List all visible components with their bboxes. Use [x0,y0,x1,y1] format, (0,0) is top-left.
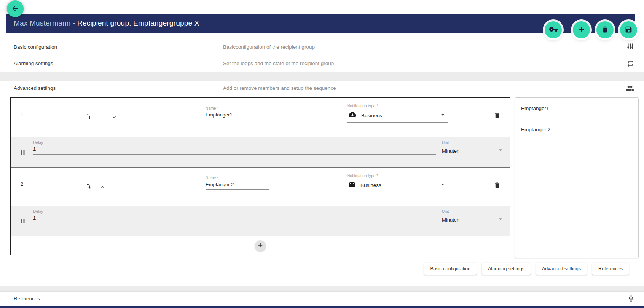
dropdown-caret-icon [497,215,504,224]
configuration-card: Basic configuration Basicconfiguration o… [0,33,644,72]
notification-type-field: Notification type * Business [347,174,448,192]
trash-icon [494,115,501,120]
notification-type-value: Business [360,182,381,188]
list-item[interactable]: Empfänger1 [515,98,638,119]
unit-label: Unit [442,209,505,214]
delay-field: Delay [33,140,436,155]
section-label: Basic configuration [14,44,57,50]
member-row: Name * Notification type * Business [11,98,510,137]
dropdown-caret-icon [497,147,504,155]
trash-icon [601,26,609,35]
header-bar: Max Mustermann - Recipient group: Empfän… [6,14,635,33]
panel-nav-buttons: Basic configuration Alarming settings Ad… [424,263,629,275]
list-item[interactable]: Empfänger 2 [515,119,638,140]
name-label: Name * [206,176,269,180]
member-row: Name * Notification type * Business [11,168,510,206]
section-description: Basicconfiguration of the recipient grou… [223,44,315,50]
recipient-group-page: Max Mustermann - Recipient group: Empfän… [0,0,644,308]
plus-icon [577,25,586,35]
arrow-left-icon [11,4,19,14]
advanced-settings-button[interactable]: Advanced settings [536,263,587,275]
basic-configuration-button[interactable]: Basic configuration [424,263,477,275]
cloud-download-icon [348,111,357,120]
section-gap [0,286,644,292]
member-sequence-panel: Name * Notification type * Business [10,97,510,255]
pause-icon [20,149,26,157]
notification-type-select[interactable]: Business [347,180,448,192]
recipient-name: Empfänger1 [521,105,549,111]
recipient-list: Empfänger1 Empfänger 2 [515,97,639,258]
permissions-button[interactable] [545,21,562,38]
section-alarming-settings[interactable]: Alarming settings Set the loops and the … [0,55,644,72]
notification-type-value: Business [361,113,382,118]
notification-type-label: Notification type * [347,174,448,178]
section-description: Set the loops and the state of the recip… [223,61,334,66]
swap-vertical-icon[interactable] [85,113,92,121]
name-label: Name * [206,106,269,110]
unit-select[interactable]: Minuten [442,215,505,226]
name-field: Name * [206,106,269,120]
user-name: Max Mustermann - [14,19,77,27]
sliders-icon [626,43,634,52]
delete-button[interactable] [596,21,614,38]
delay-input[interactable] [33,145,436,155]
section-description: Add or remove members and setup the sequ… [223,85,336,91]
unit-field: Unit Minuten [442,209,505,226]
notification-type-select[interactable]: Business [347,110,448,123]
plus-icon [257,242,264,250]
back-button[interactable] [7,0,24,17]
delay-input[interactable] [33,214,436,223]
dropdown-caret-icon [438,180,447,190]
delay-row: Delay Unit Minuten [11,137,510,168]
email-icon [348,180,356,190]
name-input[interactable] [206,180,269,190]
unit-value: Minuten [442,148,459,154]
footer-bar [0,306,644,308]
unit-value: Minuten [442,217,459,223]
notification-type-label: Notification type * [347,104,448,108]
delay-label: Delay [33,140,436,145]
recipient-name: Empfänger 2 [521,127,550,132]
repeat-loop-icon [626,60,634,69]
add-member-row [11,236,510,255]
add-button[interactable] [573,21,590,38]
usb-icon [627,295,635,304]
trash-icon [494,184,501,190]
section-references[interactable]: References [0,292,644,306]
dropdown-caret-icon [438,110,447,120]
advanced-settings-card: Advanced settings Add or remove members … [0,81,644,286]
section-label: Advanced settings [14,85,56,91]
references-button[interactable]: References [592,263,629,275]
delay-row: Delay Unit Minuten [11,206,510,236]
floppy-save-icon [625,26,633,35]
page-title: Max Mustermann - Recipient group: Empfän… [14,19,199,27]
remove-member-button[interactable] [494,112,501,120]
add-member-button[interactable] [255,240,266,252]
section-label: Alarming settings [14,61,53,66]
alarming-settings-button[interactable]: Alarming settings [482,263,531,275]
order-input[interactable] [20,112,81,120]
section-advanced-settings[interactable]: Advanced settings Add or remove members … [0,81,644,98]
delay-label: Delay [33,209,436,214]
unit-field: Unit Minuten [442,140,505,157]
people-group-icon [626,84,634,94]
section-gap [0,72,644,81]
remove-member-button[interactable] [494,182,501,190]
delay-field: Delay [33,209,436,223]
key-icon [549,25,558,35]
unit-select[interactable]: Minuten [442,146,505,157]
swap-vertical-icon[interactable] [85,183,92,191]
name-input[interactable] [206,110,269,120]
name-field: Name * [206,176,269,190]
pause-icon [20,218,26,226]
chevron-up-icon[interactable] [99,184,105,191]
save-button[interactable] [620,21,637,38]
order-input[interactable] [20,181,81,190]
notification-type-field: Notification type * Business [347,104,448,123]
group-title: Recipient group: Empfängergruppe X [77,19,199,27]
section-label: References [14,296,40,302]
chevron-down-icon[interactable] [111,114,117,121]
unit-label: Unit [442,140,505,145]
